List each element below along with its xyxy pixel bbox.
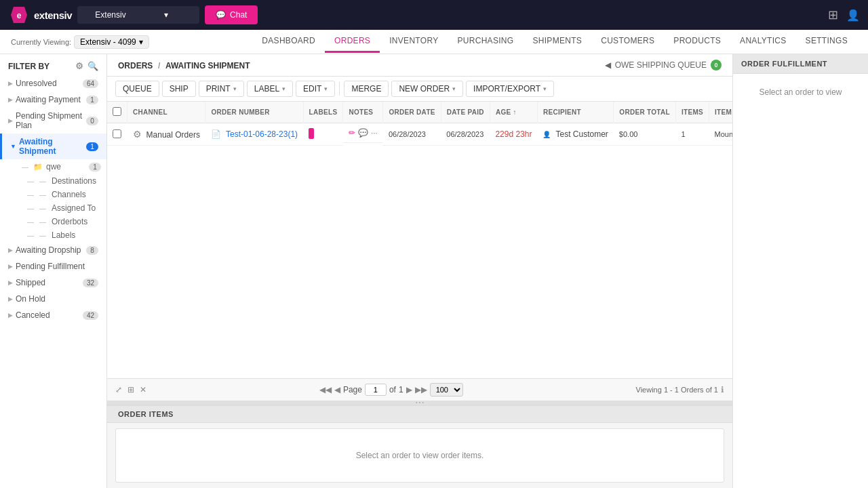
sidebar-item-pending-fulfillment[interactable]: ▶ Pending Fulfillment — [0, 258, 106, 274]
user-icon[interactable]: 👤 — [846, 9, 860, 22]
workspace-dropdown-arrow: ▾ — [141, 10, 191, 20]
account-selector[interactable]: Extensiv - 4099 ▾ — [74, 35, 149, 49]
nav-item-inventory[interactable]: INVENTORY — [380, 30, 448, 53]
order-items-empty-text: Select an order to view order items. — [356, 451, 484, 460]
sidebar-item-labels[interactable]: — Labels — [22, 228, 106, 242]
page-label: Page — [343, 385, 362, 394]
clear-icon[interactable]: ✕ — [140, 385, 146, 394]
qwe-sub: — Destinations — Channels — Assigned To … — [16, 174, 106, 242]
sidebar-item-label: On Hold — [16, 294, 98, 304]
print-button[interactable]: PRINT ▾ — [199, 81, 244, 97]
prev-page-btn[interactable]: ◀ — [334, 385, 340, 394]
awaiting-shipment-sub: 📁 qwe 1 — Destinations — Channels — Assi… — [0, 159, 106, 242]
columns-icon[interactable]: ⊞ — [127, 385, 134, 394]
nav-item-orders[interactable]: ORDERS — [325, 30, 380, 53]
row-checkbox[interactable] — [113, 129, 121, 138]
sidebar-item-shipped[interactable]: ▶ Shipped 32 — [0, 274, 106, 291]
sidebar-item-label: Labels — [52, 230, 75, 240]
first-page-btn[interactable]: ◀◀ — [319, 385, 332, 394]
sidebar-item-label: Canceled — [16, 310, 80, 320]
filter-settings-icon[interactable]: ⚙ — [75, 61, 83, 71]
nav-item-products[interactable]: PRODUCTS — [664, 30, 730, 53]
channel-name: Manual Orders — [146, 130, 200, 140]
recipient-col-header: RECIPIENT — [537, 102, 613, 123]
viewing-info: Viewing 1 - 1 Orders of 1 ℹ — [636, 385, 724, 394]
filter-by-label: FILTER BY — [8, 62, 50, 71]
chat-note-icon[interactable]: 💬 — [358, 128, 368, 138]
account-dropdown-arrow: ▾ — [139, 37, 143, 47]
table-header-row: CHANNEL ORDER NUMBER LABELS NOTES ORDER … — [107, 102, 732, 123]
title-separator: / — [158, 61, 160, 70]
sidebar-item-pending-shipment-plan[interactable]: ▶ Pending Shipment Plan 0 — [0, 108, 106, 134]
awaiting-shipment-badge: 1 — [86, 142, 98, 151]
new-order-label: NEW ORDER — [399, 84, 450, 94]
filter-search-icon[interactable]: 🔍 — [87, 61, 98, 71]
sidebar-item-awaiting-payment[interactable]: ▶ Awaiting Payment 1 — [0, 92, 106, 108]
nav-item-dashboard[interactable]: DASHBOARD — [252, 30, 325, 53]
chevron-icon: ▼ — [10, 143, 16, 150]
shipping-queue[interactable]: ◀ OWE SHIPPING QUEUE 0 — [605, 60, 722, 70]
info-icon[interactable]: ℹ — [721, 385, 724, 394]
expand-icon[interactable]: ⤢ — [115, 385, 122, 394]
sidebar-item-qwe[interactable]: 📁 qwe 1 — [16, 159, 106, 174]
sidebar-item-label: Unresolved — [16, 79, 80, 88]
recipient-name: Test Customer — [555, 129, 608, 139]
right-panel-empty-text: Select an order to view — [759, 87, 842, 97]
sidebar-item-label: Awaiting Shipment — [19, 137, 83, 156]
order-date-cell: 06/28/2023 — [383, 123, 441, 146]
more-options-icon[interactable]: ··· — [371, 128, 378, 138]
sidebar-item-label: Awaiting Dropship — [16, 245, 83, 255]
pagination: ◀◀ ◀ Page of 1 ▶ ▶▶ 100 50 25 — [319, 383, 463, 396]
dash-icon: — — [39, 205, 46, 212]
sidebar-item-on-hold[interactable]: ▶ On Hold — [0, 291, 106, 307]
ship-button[interactable]: SHIP — [162, 81, 196, 97]
labels-cell — [303, 123, 343, 146]
shipped-badge: 32 — [83, 279, 98, 287]
nav-item-analytics[interactable]: ANALYTICS — [730, 30, 796, 53]
queue-button[interactable]: QUEUE — [115, 81, 159, 97]
sidebar-item-channels[interactable]: — Channels — [22, 188, 106, 201]
sidebar: FILTER BY ⚙ 🔍 ▶ Unresolved 64 ▶ Awaiting… — [0, 54, 107, 488]
sidebar-item-awaiting-shipment[interactable]: ▼ Awaiting Shipment 1 — [0, 134, 106, 159]
nav-item-shipments[interactable]: SHIPMENTS — [523, 30, 591, 53]
date-paid-col-header: DATE PAID — [441, 102, 490, 123]
awaiting-payment-badge: 1 — [86, 96, 98, 104]
page-input[interactable] — [365, 384, 387, 396]
order-date-col-header: ORDER DATE — [383, 102, 441, 123]
filter-header: FILTER BY ⚙ 🔍 — [0, 54, 106, 75]
page-title-section: AWAITING SHIPMENT — [165, 61, 250, 70]
notes-cell: ✏ 💬 ··· — [343, 123, 383, 143]
sidebar-item-canceled[interactable]: ▶ Canceled 42 — [0, 307, 106, 323]
order-number-link[interactable]: Test-01-06-28-23(1) — [226, 129, 298, 139]
print-dropdown-arrow: ▾ — [233, 85, 237, 92]
nav-item-settings[interactable]: SETTINGS — [796, 30, 857, 53]
sidebar-item-assigned-to[interactable]: — Assigned To — [22, 201, 106, 215]
select-all-col — [107, 102, 127, 123]
import-export-button[interactable]: IMPORT/EXPORT ▾ — [466, 81, 554, 97]
channel-col-header: CHANNEL — [127, 102, 205, 123]
sidebar-item-label: qwe — [46, 162, 61, 171]
sidebar-item-orderbots[interactable]: — Orderbots — [22, 215, 106, 228]
sidebar-item-unresolved[interactable]: ▶ Unresolved 64 — [0, 75, 106, 92]
shipping-queue-badge: 0 — [711, 60, 722, 70]
order-items-section: ORDER ITEMS Select an order to view orde… — [107, 405, 732, 488]
per-page-select[interactable]: 100 50 25 — [430, 383, 463, 396]
svg-text:e: e — [17, 11, 22, 20]
merge-button[interactable]: MERGE — [344, 81, 389, 97]
edit-note-icon[interactable]: ✏ — [349, 128, 355, 138]
nav-item-customers[interactable]: CUSTOMERS — [591, 30, 664, 53]
order-doc-icon: 📄 — [211, 129, 221, 139]
edit-button[interactable]: EDIT ▾ — [296, 81, 335, 97]
last-page-btn[interactable]: ▶▶ — [415, 385, 427, 394]
order-total-cell: $0.00 — [614, 123, 676, 146]
nav-item-purchasing[interactable]: PURCHASING — [448, 30, 523, 53]
label-button[interactable]: LABEL ▾ — [247, 81, 293, 97]
select-all-checkbox[interactable] — [113, 107, 121, 116]
grid-icon[interactable]: ⊞ — [828, 7, 838, 22]
workspace-selector[interactable]: Extensiv ▾ — [77, 6, 199, 24]
sidebar-item-destinations[interactable]: — Destinations — [22, 174, 106, 188]
new-order-button[interactable]: NEW ORDER ▾ — [391, 81, 463, 97]
sidebar-item-awaiting-dropship[interactable]: ▶ Awaiting Dropship 8 — [0, 242, 106, 258]
next-page-btn[interactable]: ▶ — [406, 385, 412, 394]
chat-button[interactable]: 💬 Chat — [205, 5, 258, 24]
